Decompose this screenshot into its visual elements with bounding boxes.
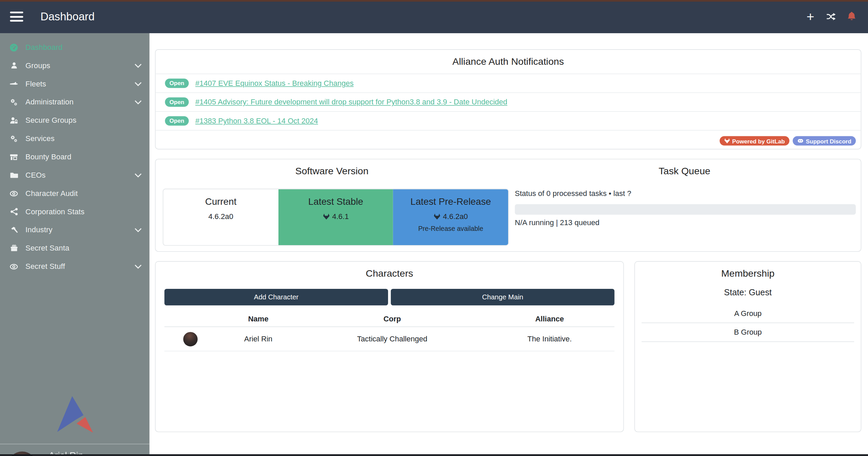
gitlab-icon <box>433 213 441 220</box>
membership-groups: A Group B Group <box>641 304 854 342</box>
column-header-corp: Corp <box>300 315 485 323</box>
prerelease-note: Pre-Release available <box>393 225 508 233</box>
notification-row: Open #1407 EVE Equinox Status - Breaking… <box>156 74 861 93</box>
menu-toggle-icon[interactable] <box>10 12 23 21</box>
characters-buttons: Add Character Change Main <box>156 289 623 305</box>
powered-by-gitlab-badge[interactable]: Powered by GitLab <box>719 136 789 145</box>
notification-row: Open #1383 Python 3.8 EOL - 14 Oct 2024 <box>156 112 861 131</box>
characters-table: Name Corp Alliance Ariel Rin Tactically … <box>165 311 615 351</box>
support-discord-badge[interactable]: Support Discord <box>793 136 856 145</box>
chevron-down-icon <box>135 100 142 104</box>
window-bottom-strip <box>0 454 868 456</box>
sidebar-item-secure-groups[interactable]: Secure Groups <box>0 111 150 130</box>
sidebar-item-character-audit[interactable]: Character Audit <box>0 184 150 202</box>
character-avatar <box>184 332 198 346</box>
sidebar-nav: Dashboard Groups Fleets <box>0 33 150 276</box>
task-queue-status: Status of 0 processed tasks • last ? <box>515 189 861 197</box>
notifications-list: Open #1407 EVE Equinox Status - Breaking… <box>156 74 861 131</box>
add-character-icon[interactable]: + <box>805 11 816 22</box>
task-queue-counts: N/A running | 213 queued <box>515 219 861 227</box>
version-taskqueue-panel: Software Version Current 4.6.2a0 Latest … <box>155 159 861 252</box>
notification-link[interactable]: #1405 Advisory: Future development will … <box>195 98 507 106</box>
group-row: A Group <box>641 304 854 323</box>
version-columns: Current 4.6.2a0 Latest Stable 4.6.1 Late… <box>163 189 509 246</box>
notifications-panel: Alliance Auth Notifications Open #1407 E… <box>155 49 861 149</box>
shuffle-icon[interactable] <box>825 11 836 22</box>
column-header-name: Name <box>217 315 300 323</box>
sidebar-item-fleets[interactable]: Fleets <box>0 75 150 93</box>
fighter-jet-icon <box>8 79 19 88</box>
membership-panel: Membership State: Guest A Group B Group <box>634 261 861 432</box>
user-icon <box>8 61 19 70</box>
software-version-title: Software Version <box>156 165 508 177</box>
store-icon <box>8 153 19 161</box>
hammer-icon <box>8 226 19 234</box>
group-row: B Group <box>641 323 854 342</box>
gitlab-icon <box>724 138 730 144</box>
character-alliance: The Initiative. <box>485 335 615 343</box>
discord-icon <box>797 138 804 144</box>
notifications-title: Alliance Auth Notifications <box>156 56 861 67</box>
gears-icon <box>8 134 19 143</box>
add-character-button[interactable]: Add Character <box>165 289 388 305</box>
character-name: Ariel Rin <box>217 335 300 343</box>
sidebar-item-administration[interactable]: Administration <box>0 93 150 111</box>
gift-icon <box>8 244 19 252</box>
chevron-down-icon <box>135 228 142 232</box>
character-corp: Tactically Challenged <box>300 335 485 343</box>
chevron-down-icon <box>135 264 142 269</box>
window-top-strip <box>0 0 868 2</box>
version-current: Current 4.6.2a0 <box>163 189 278 245</box>
notifications-footer: Powered by GitLab Support Discord <box>156 136 861 145</box>
membership-title: Membership <box>635 268 861 279</box>
version-latest-prerelease: Latest Pre-Release 4.6.2a0 Pre-Release a… <box>393 189 508 245</box>
sidebar-item-bounty-board[interactable]: Bounty Board <box>0 148 150 166</box>
status-badge: Open <box>165 79 189 88</box>
characters-title: Characters <box>156 268 623 279</box>
notification-link[interactable]: #1383 Python 3.8 EOL - 14 Oct 2024 <box>195 117 318 125</box>
top-navbar: Dashboard + <box>0 0 868 33</box>
change-main-button[interactable]: Change Main <box>391 289 614 305</box>
sidebar-item-services[interactable]: Services <box>0 130 150 148</box>
version-latest-stable: Latest Stable 4.6.1 <box>278 189 393 245</box>
user-lock-icon <box>8 116 19 125</box>
sidebar-item-secret-stuff[interactable]: Secret Stuff <box>0 257 150 276</box>
sidebar: Dashboard Groups Fleets <box>0 33 150 454</box>
sidebar-divider <box>0 444 150 444</box>
app-window: Dashboard + <box>0 0 868 456</box>
sidebar-item-dashboard[interactable]: Dashboard <box>0 38 150 57</box>
sidebar-item-secret-santa[interactable]: Secret Santa <box>0 239 150 257</box>
sidebar-item-industry[interactable]: Industry <box>0 221 150 239</box>
gauge-icon <box>8 43 19 52</box>
notification-link[interactable]: #1407 EVE Equinox Status - Breaking Chan… <box>195 79 354 87</box>
task-queue-section: Task Queue Status of 0 processed tasks •… <box>508 159 861 251</box>
column-header-alliance: Alliance <box>485 315 615 323</box>
eye-icon <box>8 189 19 198</box>
characters-table-header: Name Corp Alliance <box>165 311 615 327</box>
chevron-down-icon <box>135 63 142 68</box>
chevron-down-icon <box>135 82 142 86</box>
sidebar-item-ceos[interactable]: CEOs <box>0 166 150 184</box>
gitlab-icon <box>323 213 330 220</box>
navbar-actions: + <box>805 11 857 22</box>
share-nodes-icon <box>8 207 19 216</box>
software-version-section: Software Version Current 4.6.2a0 Latest … <box>156 159 508 251</box>
sidebar-item-groups[interactable]: Groups <box>0 56 150 75</box>
status-badge: Open <box>165 97 189 107</box>
alliance-auth-logo <box>55 396 95 433</box>
status-badge: Open <box>165 116 189 126</box>
task-queue-progressbar <box>515 204 856 215</box>
characters-panel: Characters Add Character Change Main Nam… <box>155 261 624 432</box>
membership-state: State: Guest <box>635 288 861 298</box>
chevron-down-icon <box>135 173 142 177</box>
notification-row: Open #1405 Advisory: Future development … <box>156 93 861 112</box>
notifications-bell-icon[interactable] <box>846 11 857 22</box>
sidebar-item-corporation-stats[interactable]: Corporation Stats <box>0 202 150 221</box>
gears-icon <box>8 98 19 106</box>
task-queue-title: Task Queue <box>508 165 861 177</box>
folder-icon <box>8 171 19 179</box>
character-row: Ariel Rin Tactically Challenged The Init… <box>165 327 615 352</box>
page-title: Dashboard <box>40 10 95 23</box>
eye-icon <box>8 262 19 271</box>
